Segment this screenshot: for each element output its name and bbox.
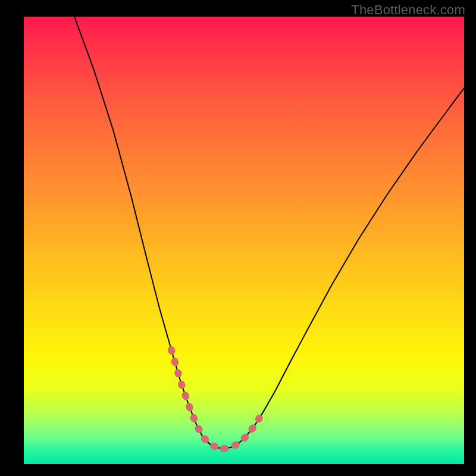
watermark-text: TheBottleneck.com	[351, 2, 465, 18]
highlight-left-segment	[171, 350, 224, 449]
bottleneck-curve	[74, 17, 464, 449]
highlight-right-segment	[224, 412, 263, 449]
plot-area	[24, 17, 464, 464]
chart-frame: TheBottleneck.com	[0, 0, 476, 476]
curve-layer	[24, 17, 464, 464]
